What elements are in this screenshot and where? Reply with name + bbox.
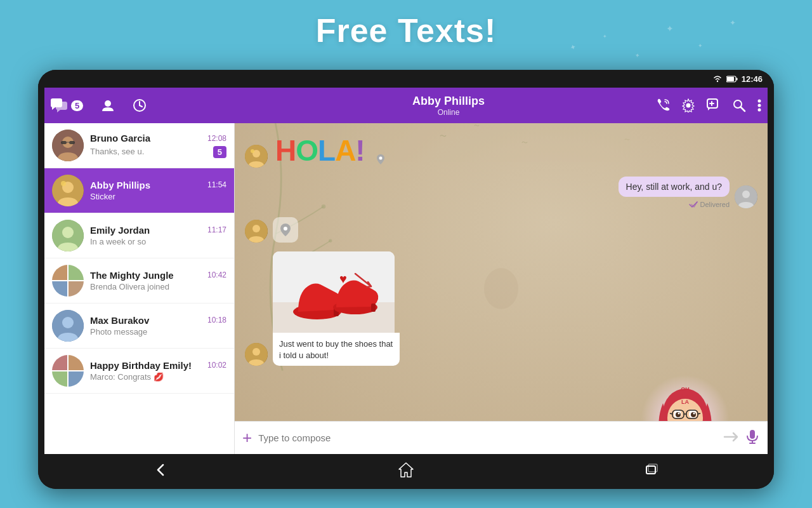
chat-bubbles-icon [51, 98, 67, 112]
msg-avatar-abby-2 [245, 220, 268, 243]
msg-avatar-abby-3-image [245, 343, 268, 366]
msg-avatar-self [735, 185, 757, 208]
contacts-button[interactable] [101, 98, 115, 112]
svg-text:✦: ✦ [634, 51, 641, 59]
status-time: 12:46 [742, 74, 763, 84]
chat-name-birthday: Happy Birthday Emily! [90, 360, 192, 371]
chat-info-emily: Emily Jordan 11:17 In a week or so [90, 225, 226, 247]
svg-text:LA: LA [681, 399, 689, 405]
svg-rect-30 [61, 141, 67, 144]
shoes-illustration: ♥ [273, 251, 395, 333]
send-arrow-icon [723, 429, 738, 444]
main-content: Bruno Garcia 12:08 Thanks, see u. 5 [44, 123, 768, 454]
new-message-button[interactable] [707, 98, 721, 112]
svg-text:♥: ♥ [339, 272, 347, 286]
shoes-caption-text: Just went to buy the shoes that i told u… [279, 339, 393, 360]
back-button[interactable] [139, 456, 182, 488]
map-pin-icon [278, 222, 293, 237]
attach-button[interactable]: + [242, 428, 252, 448]
avatar-image-emily [52, 220, 84, 251]
avatar-image-bruno [52, 130, 84, 161]
contact-name-header: Abby Phillips [241, 95, 656, 108]
nav-center-contact: Abby Phillips Online [241, 95, 656, 117]
conversation-item-bruno-garcia[interactable]: Bruno Garcia 12:08 Thanks, see u. 5 [44, 123, 234, 168]
bottom-nav [38, 454, 774, 489]
svg-point-56 [252, 225, 260, 232]
svg-point-39 [62, 317, 74, 328]
svg-point-35 [61, 181, 66, 186]
send-button[interactable] [723, 429, 738, 447]
svg-point-59 [252, 348, 260, 356]
app-screen: 5 [44, 88, 768, 454]
chat-preview-max: Photo message [90, 327, 147, 337]
search-button[interactable] [732, 98, 746, 112]
svg-rect-9 [736, 77, 737, 80]
mic-button[interactable] [745, 429, 760, 447]
bubble-hey-work: Hey, still at work, and u? [619, 177, 730, 197]
svg-marker-13 [57, 110, 60, 112]
home-button[interactable] [384, 456, 428, 488]
unread-badge-bruno: 5 [213, 146, 226, 158]
msg-avatar-abby-2-image [245, 220, 268, 243]
avatar-abby-phillips [52, 175, 84, 206]
chat-time-bruno: 12:08 [207, 134, 226, 143]
status-bar: 12:46 [38, 70, 774, 88]
chats-badge: 5 [71, 100, 83, 111]
message-shoes: ♥ Just went to buy the shoes that i told… [245, 251, 757, 366]
chats-button[interactable]: 5 [51, 98, 83, 112]
avatar-max-burakov [52, 310, 84, 342]
chat-info-birthday: Happy Birthday Emily! 10:02 Marco: Congr… [90, 360, 226, 382]
top-nav: 5 [44, 88, 768, 123]
msg-avatar-abby-3 [245, 343, 268, 366]
svg-point-25 [758, 100, 761, 103]
chat-time-jungle: 10:42 [207, 271, 226, 279]
chat-info-max: Max Burakov 10:18 Photo message [90, 315, 226, 337]
conversation-item-mighty-jungle[interactable]: The Mighty Jungle 10:42 Brenda Olivera j… [44, 258, 234, 304]
svg-point-52 [379, 157, 382, 160]
page-title: Free Texts! [0, 11, 812, 50]
svg-point-74 [693, 413, 695, 415]
shoes-image: ♥ [273, 251, 395, 333]
svg-rect-12 [56, 102, 67, 110]
search-icon [732, 98, 746, 112]
location-pin-1 [375, 154, 386, 168]
more-options-button[interactable] [757, 98, 761, 112]
conversation-item-max-burakov[interactable]: Max Burakov 10:18 Photo message [44, 304, 234, 349]
chat-preview-jungle: Brenda Olivera joined [90, 282, 169, 291]
chat-preview-emily: In a week or so [90, 237, 146, 246]
svg-marker-11 [52, 107, 55, 110]
chat-info-jungle: The Mighty Jungle 10:42 Brenda Olivera j… [90, 270, 226, 292]
svg-point-26 [758, 104, 761, 107]
conversation-list: Bruno Garcia 12:08 Thanks, see u. 5 [44, 123, 235, 454]
msg-meta-hey: Delivered [689, 201, 730, 208]
message-hey-work: Hey, still at work, and u? Delivered [245, 177, 757, 208]
conversation-item-abby-phillips[interactable]: Abby Phillips 11:54 Sticker [44, 168, 234, 213]
svg-line-79 [698, 413, 700, 414]
dots-vertical-icon [757, 98, 761, 112]
svg-rect-89 [750, 430, 755, 439]
call-button[interactable] [656, 98, 670, 112]
svg-line-78 [670, 413, 672, 414]
chat-window: 〜 〜 〜 〜 〜 [235, 123, 768, 454]
location-message [273, 217, 298, 243]
contacts-icon [101, 98, 115, 112]
clock-icon [133, 98, 147, 112]
hola-sticker: HOLA! [273, 133, 367, 168]
recent-apps-icon [643, 461, 660, 479]
message-input[interactable] [258, 432, 717, 443]
nav-right [656, 98, 761, 112]
recents-button[interactable] [630, 456, 673, 488]
nav-left: 5 [51, 98, 241, 112]
svg-text:OH: OH [681, 386, 690, 392]
svg-rect-8 [727, 77, 734, 81]
recent-button[interactable] [133, 98, 147, 112]
svg-rect-93 [646, 466, 655, 474]
chat-name-abby: Abby Phillips [90, 180, 150, 190]
settings-button[interactable] [681, 98, 695, 112]
message-hola: HOLA! [245, 133, 757, 168]
conversation-item-birthday-emily[interactable]: Happy Birthday Emily! 10:02 Marco: Congr… [44, 349, 234, 394]
chat-name-emily: Emily Jordan [90, 225, 150, 236]
input-bar: + [235, 421, 768, 454]
conversation-item-emily-jordan[interactable]: Emily Jordan 11:17 In a week or so [44, 213, 234, 258]
message-location [245, 217, 757, 243]
